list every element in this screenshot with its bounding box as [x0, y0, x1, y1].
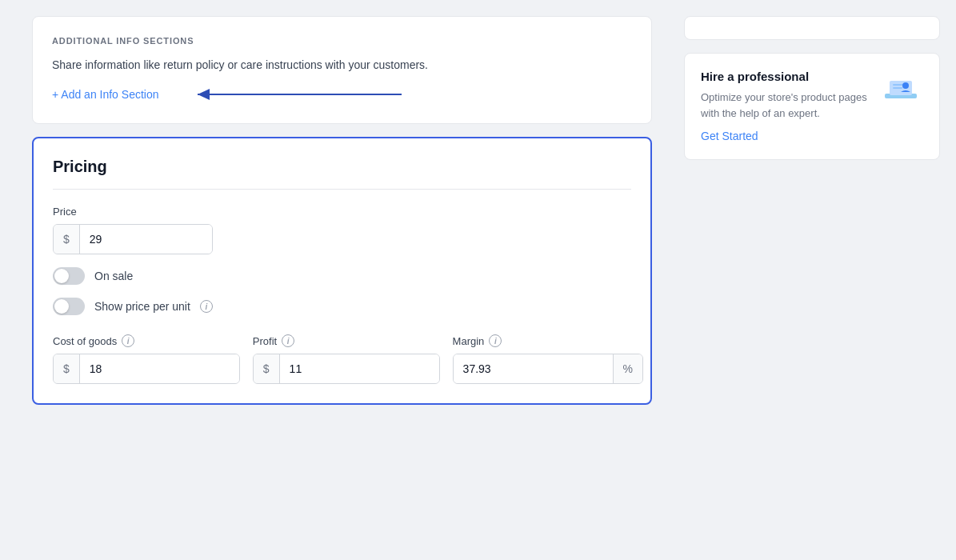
- hire-pro-svg: [878, 70, 923, 114]
- price-input[interactable]: [80, 225, 213, 254]
- sidebar-top-card-partial: [684, 16, 940, 40]
- show-price-per-unit-knob: [54, 299, 69, 314]
- cost-profit-margin-row: Cost of goods i $ Profit i $: [53, 334, 631, 384]
- svg-rect-5: [893, 87, 902, 89]
- show-price-per-unit-label: Show price per unit: [94, 300, 190, 313]
- arrow-icon: [166, 85, 414, 104]
- margin-field: Margin i %: [453, 334, 643, 384]
- on-sale-label: On sale: [94, 270, 133, 282]
- margin-percent-suffix: %: [613, 354, 642, 383]
- margin-label-row: Margin i: [453, 334, 643, 347]
- additional-info-description: Share information like return policy or …: [52, 57, 632, 74]
- margin-input-wrapper: %: [453, 354, 643, 384]
- cost-dollar-prefix: $: [54, 354, 80, 383]
- show-price-per-unit-toggle[interactable]: [53, 298, 85, 315]
- hire-professional-card: Hire a professional Optimize your store'…: [684, 53, 940, 160]
- profit-input-wrapper: $: [253, 354, 440, 384]
- cost-of-goods-field: Cost of goods i $: [53, 334, 240, 384]
- additional-info-card: ADDITIONAL INFO SECTIONS Share informati…: [32, 16, 652, 124]
- profit-input[interactable]: [280, 354, 439, 383]
- profit-dollar-prefix: $: [254, 354, 280, 383]
- svg-point-6: [902, 82, 909, 89]
- additional-info-title: ADDITIONAL INFO SECTIONS: [52, 36, 632, 46]
- price-input-wrapper: $: [53, 224, 213, 254]
- add-info-link[interactable]: + Add an Info Section: [52, 88, 159, 101]
- profit-field: Profit i $: [253, 334, 440, 384]
- price-label: Price: [53, 206, 631, 218]
- on-sale-row: On sale: [53, 267, 631, 285]
- margin-label: Margin: [453, 335, 485, 347]
- profit-label-row: Profit i: [253, 334, 440, 347]
- cost-of-goods-input[interactable]: [80, 354, 239, 383]
- on-sale-toggle[interactable]: [53, 267, 85, 285]
- hire-pro-content: Hire a professional Optimize your store'…: [701, 70, 869, 143]
- add-info-row: + Add an Info Section: [52, 85, 632, 104]
- on-sale-toggle-knob: [54, 269, 69, 283]
- cost-of-goods-label-row: Cost of goods i: [53, 334, 240, 347]
- hire-pro-title: Hire a professional: [701, 70, 869, 83]
- profit-label: Profit: [253, 335, 277, 347]
- show-price-per-unit-row: Show price per unit i: [53, 298, 631, 315]
- cost-of-goods-label: Cost of goods: [53, 335, 117, 347]
- pricing-card: Pricing Price $ On sale Show price per u…: [32, 137, 652, 405]
- pricing-title: Pricing: [53, 158, 631, 176]
- price-field: Price $: [53, 206, 631, 254]
- margin-info-icon[interactable]: i: [489, 334, 502, 347]
- pricing-divider: [53, 189, 631, 190]
- profit-info-icon[interactable]: i: [282, 334, 294, 347]
- cost-of-goods-info-icon[interactable]: i: [122, 334, 134, 347]
- svg-marker-1: [198, 89, 210, 100]
- show-price-per-unit-info-icon[interactable]: i: [200, 300, 213, 313]
- cost-of-goods-input-wrapper: $: [53, 354, 240, 384]
- hire-pro-illustration: [878, 70, 923, 114]
- hire-pro-description: Optimize your store's product pages with…: [701, 90, 869, 121]
- price-dollar-prefix: $: [54, 225, 80, 254]
- margin-input[interactable]: [454, 354, 613, 383]
- hire-pro-get-started-link[interactable]: Get Started: [701, 130, 758, 142]
